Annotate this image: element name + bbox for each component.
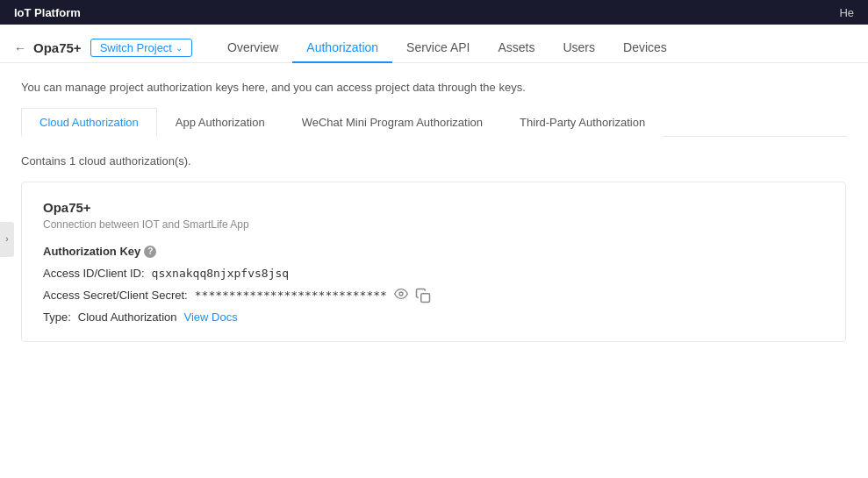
- top-bar: IoT Platform He: [0, 0, 868, 25]
- page-content: You can manage project authorization key…: [0, 63, 868, 360]
- access-id-label: Access ID/Client ID:: [43, 267, 145, 280]
- card-subtitle: Connection between IOT and SmartLife App: [43, 218, 824, 231]
- access-secret-label: Access Secret/Client Secret:: [43, 289, 188, 302]
- count-text: Contains 1 cloud authorization(s).: [21, 154, 847, 168]
- back-button[interactable]: ←: [14, 41, 26, 55]
- type-label: Type:: [43, 310, 71, 324]
- switch-project-button[interactable]: Switch Project ⌄: [90, 39, 192, 57]
- tab-assets[interactable]: Assets: [484, 33, 549, 63]
- help-link: He: [839, 6, 854, 19]
- tab-devices[interactable]: Devices: [609, 33, 681, 63]
- tab-overview[interactable]: Overview: [213, 33, 292, 63]
- type-value: Cloud Authorization: [78, 310, 177, 324]
- access-id-row: Access ID/Client ID: qsxnakqq8njxpfvs8js…: [43, 267, 824, 280]
- collapse-tab[interactable]: ›: [0, 222, 14, 257]
- project-name: Opa75+: [33, 40, 82, 55]
- tab-service-api[interactable]: Service API: [392, 33, 484, 63]
- tab-authorization[interactable]: Authorization: [292, 33, 392, 63]
- svg-point-0: [399, 292, 403, 296]
- access-id-value: qsxnakqq8njxpfvs8jsq: [152, 267, 290, 280]
- subtab-thirdparty-auth[interactable]: Third-Party Authorization: [501, 108, 664, 137]
- tab-users[interactable]: Users: [549, 33, 609, 63]
- svg-rect-1: [421, 293, 430, 302]
- type-row: Type: Cloud Authorization View Docs: [43, 310, 824, 324]
- auth-key-label: Authorization Key ?: [43, 245, 824, 258]
- sub-tabs: Cloud Authorization App Authorization We…: [21, 108, 847, 137]
- subtab-wechat-auth[interactable]: WeChat Mini Program Authorization: [283, 108, 501, 137]
- subtab-cloud-auth[interactable]: Cloud Authorization: [21, 108, 157, 137]
- app-title: IoT Platform: [14, 6, 81, 19]
- header: ← Opa75+ Switch Project ⌄ Overview Autho…: [0, 25, 868, 63]
- card-title: Opa75+: [43, 200, 824, 215]
- chevron-down-icon: ⌄: [176, 43, 183, 53]
- page-description: You can manage project authorization key…: [21, 81, 847, 94]
- subtab-app-auth[interactable]: App Authorization: [157, 108, 283, 137]
- access-secret-value: ****************************: [195, 289, 387, 302]
- view-docs-link[interactable]: View Docs: [184, 310, 238, 324]
- auth-card: Opa75+ Connection between IOT and SmartL…: [21, 182, 846, 342]
- copy-icon[interactable]: [415, 288, 431, 303]
- nav-tabs: Overview Authorization Service API Asset…: [213, 33, 681, 62]
- access-secret-row: Access Secret/Client Secret: ***********…: [43, 287, 824, 303]
- eye-icon[interactable]: [394, 287, 408, 303]
- help-icon[interactable]: ?: [144, 246, 156, 258]
